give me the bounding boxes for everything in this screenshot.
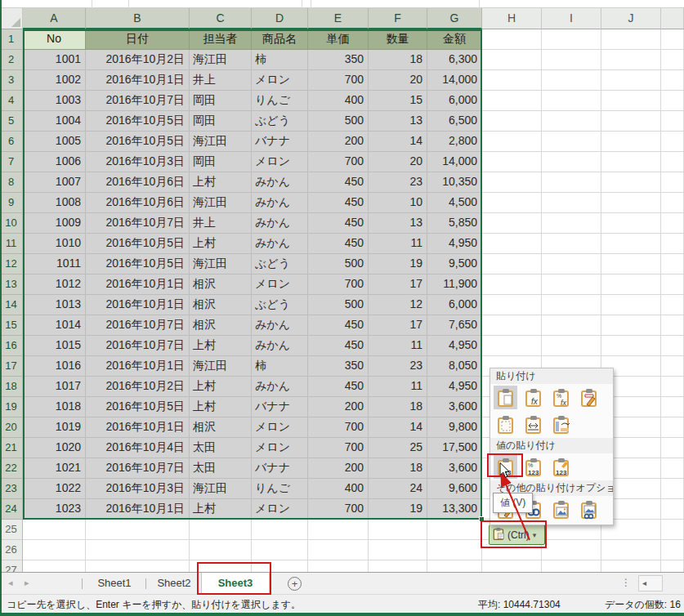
data-cell[interactable]: 10 xyxy=(369,193,427,213)
data-cell[interactable]: 19 xyxy=(369,254,427,275)
column-header-F[interactable]: F xyxy=(369,8,427,29)
paste-options-button[interactable]: (Ctrl) ▾ xyxy=(489,524,545,545)
empty-cell[interactable] xyxy=(86,560,190,572)
data-cell[interactable]: 9,800 xyxy=(427,417,482,438)
data-cell[interactable]: 4,950 xyxy=(427,336,482,356)
row-header-9[interactable]: 9 xyxy=(0,193,23,213)
data-cell[interactable]: 6,300 xyxy=(427,50,482,70)
data-cell[interactable]: 2016年10月5日 xyxy=(86,254,190,275)
data-cell[interactable]: 18 xyxy=(369,50,427,70)
row-header-22[interactable]: 22 xyxy=(0,458,23,479)
transpose-icon[interactable] xyxy=(549,413,573,436)
empty-cell[interactable] xyxy=(482,152,542,172)
empty-cell[interactable] xyxy=(542,295,601,315)
data-cell[interactable]: 井上 xyxy=(190,70,252,91)
data-cell[interactable]: 9,500 xyxy=(427,254,482,275)
formulas-icon[interactable]: fx xyxy=(521,386,545,409)
empty-cell[interactable] xyxy=(252,540,308,560)
row-header-26[interactable]: 26 xyxy=(0,540,23,560)
empty-cell[interactable] xyxy=(661,152,684,172)
data-cell[interactable]: 太田 xyxy=(190,458,252,479)
data-cell[interactable]: 岡田 xyxy=(190,152,252,172)
select-all-button[interactable] xyxy=(0,8,23,29)
fill-handle[interactable] xyxy=(479,516,485,522)
row-header-8[interactable]: 8 xyxy=(0,172,23,193)
table-header-cell[interactable]: 金額 xyxy=(427,29,482,50)
row-header-7[interactable]: 7 xyxy=(0,152,23,172)
data-cell[interactable]: 11 xyxy=(369,336,427,356)
picture-icon[interactable] xyxy=(549,498,573,521)
empty-cell[interactable] xyxy=(369,560,427,572)
data-cell[interactable]: 23 xyxy=(369,172,427,193)
data-cell[interactable]: 上村 xyxy=(190,377,252,397)
data-cell[interactable]: 2016年10月4日 xyxy=(86,438,190,458)
empty-cell[interactable] xyxy=(427,520,482,540)
keep-source-column-widths-icon[interactable] xyxy=(521,413,545,436)
empty-cell[interactable] xyxy=(482,560,542,572)
empty-cell[interactable] xyxy=(601,254,661,275)
data-cell[interactable]: バナナ xyxy=(252,458,308,479)
data-cell[interactable]: 23 xyxy=(369,356,427,377)
data-cell[interactable]: 200 xyxy=(308,132,369,152)
values-icon[interactable]: 123 xyxy=(494,455,517,479)
data-cell[interactable]: 海江田 xyxy=(190,254,252,275)
empty-cell[interactable] xyxy=(661,213,684,234)
data-cell[interactable]: バナナ xyxy=(252,132,308,152)
data-cell[interactable]: 3,600 xyxy=(427,397,482,417)
row-header-11[interactable]: 11 xyxy=(0,234,23,254)
column-header-A[interactable]: A xyxy=(23,8,86,29)
table-header-cell[interactable]: 日付 xyxy=(86,29,190,50)
empty-cell[interactable] xyxy=(542,50,601,70)
data-cell[interactable]: メロン xyxy=(252,438,308,458)
data-cell[interactable]: 2016年10月5日 xyxy=(86,111,190,132)
empty-cell[interactable] xyxy=(661,91,684,111)
data-cell[interactable]: 2016年10月1日 xyxy=(86,275,190,295)
empty-cell[interactable] xyxy=(542,275,601,295)
data-cell[interactable]: メロン xyxy=(252,275,308,295)
values-number-formatting-icon[interactable]: %123 xyxy=(521,455,545,479)
data-cell[interactable]: 太田 xyxy=(190,438,252,458)
data-cell[interactable]: バナナ xyxy=(252,397,308,417)
data-cell[interactable]: 2016年10月5日 xyxy=(86,397,190,417)
data-cell[interactable]: 相沢 xyxy=(190,417,252,438)
data-cell[interactable]: 1022 xyxy=(23,479,86,499)
empty-cell[interactable] xyxy=(482,295,542,315)
empty-cell[interactable] xyxy=(542,254,601,275)
data-cell[interactable]: 2016年10月2日 xyxy=(86,50,190,70)
empty-cell[interactable] xyxy=(661,540,684,560)
data-cell[interactable]: 1006 xyxy=(23,152,86,172)
data-cell[interactable]: 2016年10月1日 xyxy=(86,295,190,315)
data-cell[interactable]: 12 xyxy=(369,295,427,315)
data-cell[interactable]: 14 xyxy=(369,417,427,438)
empty-cell[interactable] xyxy=(542,70,601,91)
empty-cell[interactable] xyxy=(542,91,601,111)
empty-cell[interactable] xyxy=(369,520,427,540)
data-cell[interactable]: 井上 xyxy=(190,213,252,234)
data-cell[interactable]: 2016年10月1日 xyxy=(86,70,190,91)
data-cell[interactable]: 13 xyxy=(369,213,427,234)
empty-cell[interactable] xyxy=(542,29,601,50)
tabbar-splitter[interactable]: ⋮ xyxy=(621,577,631,588)
column-header-C[interactable]: C xyxy=(190,8,252,29)
data-cell[interactable]: 350 xyxy=(308,50,369,70)
empty-cell[interactable] xyxy=(661,50,684,70)
sheet-tab-sheet1[interactable]: Sheet1 xyxy=(85,573,144,595)
empty-cell[interactable] xyxy=(23,520,86,540)
data-cell[interactable]: 1009 xyxy=(23,213,86,234)
data-cell[interactable]: 海江田 xyxy=(190,50,252,70)
data-cell[interactable]: 2016年10月6日 xyxy=(86,193,190,213)
data-cell[interactable]: 13,300 xyxy=(427,499,482,520)
empty-cell[interactable] xyxy=(482,70,542,91)
data-cell[interactable]: 5,850 xyxy=(427,213,482,234)
empty-cell[interactable] xyxy=(308,560,369,572)
data-cell[interactable]: 450 xyxy=(308,377,369,397)
empty-cell[interactable] xyxy=(661,275,684,295)
data-cell[interactable]: 9,600 xyxy=(427,479,482,499)
row-header-13[interactable]: 13 xyxy=(0,275,23,295)
empty-cell[interactable] xyxy=(661,132,684,152)
data-cell[interactable]: 2016年10月2日 xyxy=(86,377,190,397)
empty-cell[interactable] xyxy=(252,560,308,572)
empty-cell[interactable] xyxy=(601,132,661,152)
data-cell[interactable]: 6,500 xyxy=(427,111,482,132)
empty-cell[interactable] xyxy=(427,560,482,572)
